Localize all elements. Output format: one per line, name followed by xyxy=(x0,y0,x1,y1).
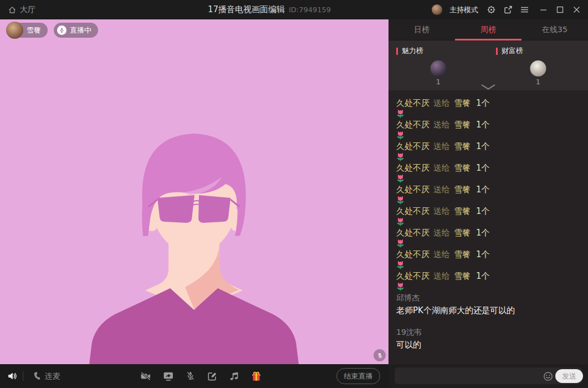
toolbar-divider xyxy=(23,371,23,381)
composer: 发送 xyxy=(388,364,588,388)
gift-amount: 1个 xyxy=(476,163,490,173)
gift-action: 送给 xyxy=(433,120,450,130)
gift-action: 送给 xyxy=(433,185,450,195)
gift-amount: 1个 xyxy=(476,120,490,130)
minimize-icon[interactable] xyxy=(540,6,547,13)
gift-action: 送给 xyxy=(433,141,450,151)
window-title: 17播音电视画面编辑 ID:7949159 xyxy=(208,0,331,19)
gift-message: 久处不厌送给雪餮1个 xyxy=(396,227,582,239)
smiley-icon[interactable] xyxy=(543,371,553,381)
streamer-avatar-illustration xyxy=(0,19,388,364)
user-message: 邱博杰 老师PK个湖南师大的还是可以的 xyxy=(396,292,582,316)
tulip-gift-icon xyxy=(396,174,405,183)
gift-sender[interactable]: 久处不厌 xyxy=(396,271,430,281)
gift-message: 久处不厌送给雪餮1个 xyxy=(396,162,582,174)
streamer-avatar xyxy=(6,22,23,39)
gift-receiver[interactable]: 雪餮 xyxy=(454,185,471,195)
user-avatar[interactable] xyxy=(432,4,442,15)
gift-amount: 1个 xyxy=(476,141,490,151)
gift-sender[interactable]: 久处不厌 xyxy=(396,141,430,151)
gift-receiver[interactable]: 雪餮 xyxy=(454,163,471,173)
settings-gear-icon[interactable] xyxy=(487,5,496,14)
tulip-gift-icon xyxy=(396,109,405,119)
gift-receiver[interactable]: 雪餮 xyxy=(454,271,471,281)
tulip-gift-icon xyxy=(396,131,405,140)
gift-message: 久处不厌送给雪餮1个 xyxy=(396,248,582,261)
message-text: 老师PK个湖南师大的还是可以的 xyxy=(396,304,582,316)
screen-share-icon[interactable] xyxy=(163,371,174,381)
tulip-gift-icon xyxy=(396,217,405,227)
chat-input[interactable] xyxy=(395,367,582,384)
gift-receiver[interactable]: 雪餮 xyxy=(454,98,471,108)
gift-amount: 1个 xyxy=(476,249,490,259)
stream-id: ID:7949159 xyxy=(289,6,331,14)
mic-icon xyxy=(57,25,67,35)
close-icon[interactable] xyxy=(573,6,580,13)
gift-action: 送给 xyxy=(433,163,450,173)
send-button[interactable]: 发送 xyxy=(555,369,583,383)
gift-amount: 1个 xyxy=(476,228,490,238)
tulip-gift-icon xyxy=(396,261,405,270)
gift-message: 久处不厌送给雪餮1个 xyxy=(396,119,582,131)
gift-action: 送给 xyxy=(433,98,450,108)
music-icon[interactable] xyxy=(229,371,239,381)
gift-receiver[interactable]: 雪餮 xyxy=(454,206,471,216)
page-title: 17播音电视画面编辑 xyxy=(208,4,285,15)
gift-message: 久处不厌送给雪餮1个 xyxy=(396,183,582,196)
gift-icon[interactable] xyxy=(250,371,262,382)
message-username[interactable]: 19沈韦 xyxy=(396,326,582,338)
popout-icon[interactable] xyxy=(503,5,513,14)
gift-sender[interactable]: 久处不厌 xyxy=(396,98,430,108)
menu-icon[interactable] xyxy=(520,5,529,14)
gift-receiver[interactable]: 雪餮 xyxy=(454,120,471,130)
home-label: 大厅 xyxy=(20,5,35,15)
gift-message: 久处不厌送给雪餮1个 xyxy=(396,270,582,282)
tulip-gift-icon xyxy=(396,152,405,162)
camera-off-icon[interactable] xyxy=(140,371,151,381)
gift-sender[interactable]: 久处不厌 xyxy=(396,120,430,130)
home-icon xyxy=(8,6,17,14)
side-panel: 日榜 周榜 在线35 魅力榜 1 财富榜 xyxy=(388,19,588,364)
gift-sender[interactable]: 久处不厌 xyxy=(396,228,430,238)
gift-sender[interactable]: 久处不厌 xyxy=(396,249,430,259)
speaker-icon[interactable] xyxy=(7,371,17,381)
gift-amount: 1个 xyxy=(476,206,490,216)
connect-mic-label: 连麦 xyxy=(45,371,60,381)
chevron-down-icon[interactable] xyxy=(481,84,495,90)
mic-off-icon[interactable] xyxy=(186,371,195,381)
user-message: 19沈韦 可以的 xyxy=(396,326,582,351)
connect-mic-button[interactable]: 连麦 xyxy=(32,364,60,388)
stage-mic-muted-badge xyxy=(374,349,386,361)
chat-message-list: 久处不厌送给雪餮1个 久处不厌送给雪餮1个 久处不厌送给雪餮1个 久处不厌送给雪… xyxy=(388,90,588,364)
gift-sender[interactable]: 久处不厌 xyxy=(396,163,430,173)
gift-action: 送给 xyxy=(433,249,450,259)
end-stream-button[interactable]: 结束直播 xyxy=(336,368,380,384)
gift-receiver[interactable]: 雪餮 xyxy=(454,228,471,238)
message-username[interactable]: 邱博杰 xyxy=(396,292,582,304)
tab-weekly[interactable]: 周榜 xyxy=(455,19,521,40)
wealth-marker xyxy=(496,48,498,55)
gift-message: 久处不厌送给雪餮1个 xyxy=(396,140,582,152)
titlebar: 大厅 17播音电视画面编辑 ID:7949159 主持模式 xyxy=(0,0,588,19)
ranking-tabs: 日榜 周榜 在线35 xyxy=(388,19,588,40)
ranking-section: 魅力榜 1 财富榜 1 xyxy=(388,40,588,90)
tab-daily[interactable]: 日榜 xyxy=(388,19,455,40)
tulip-gift-icon xyxy=(396,196,405,205)
gift-receiver[interactable]: 雪餮 xyxy=(454,249,471,259)
maximize-icon[interactable] xyxy=(556,6,564,13)
gift-sender[interactable]: 久处不厌 xyxy=(396,185,430,195)
edit-icon[interactable] xyxy=(207,371,217,381)
wealth-rank1-avatar[interactable] xyxy=(530,60,546,76)
gift-receiver[interactable]: 雪餮 xyxy=(454,141,471,151)
charm-rank1-avatar[interactable] xyxy=(431,60,447,76)
home-button[interactable]: 大厅 xyxy=(0,5,35,15)
live-status-badge: 直播中 xyxy=(54,23,98,38)
streamer-badge[interactable]: 雪餮 xyxy=(7,23,48,38)
gift-amount: 1个 xyxy=(476,271,490,281)
wealth-ranking: 财富榜 1 xyxy=(488,40,588,90)
charm-marker xyxy=(396,48,398,55)
gift-action: 送给 xyxy=(433,271,450,281)
streamer-name: 雪餮 xyxy=(27,25,41,35)
tab-online[interactable]: 在线35 xyxy=(521,19,588,40)
gift-sender[interactable]: 久处不厌 xyxy=(396,206,430,216)
